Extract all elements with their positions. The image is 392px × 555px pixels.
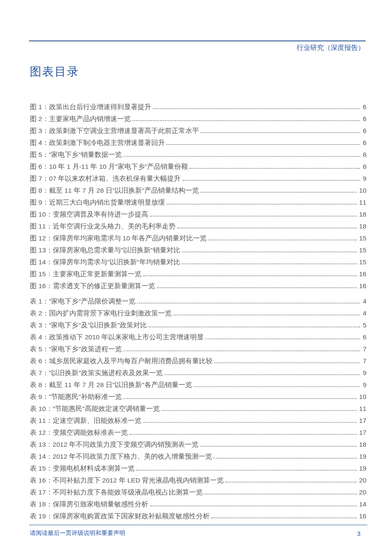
toc-entry-page: 4 [363, 309, 366, 317]
toc-entry-page: 10 [359, 187, 366, 194]
toc-entry-label: 表 14：2012 年不同政策力度下格力、美的收入增量预测一览 [30, 452, 212, 461]
toc-dots [182, 251, 357, 252]
toc-entry: 图 9：近期三大白电内销出货量增速明显放缓11 [30, 198, 366, 210]
toc-entry: 表 15：变频电机材料成本测算一览19 [30, 464, 366, 476]
toc-dots [164, 374, 360, 375]
toc-dots [173, 315, 360, 315]
toc-entry: 表 1："家电下乡"产品限价调整一览4 [30, 297, 366, 309]
toc-entry-label: 图 11：近年空调行业龙头格力、美的毛利率走势 [30, 222, 176, 231]
toc-entry: 表 17：不同补贴力度下各能效等级液晶电视占比测算一览20 [30, 488, 366, 500]
toc-entry: 图 11：近年空调行业龙头格力、美的毛利率走势18 [30, 222, 366, 234]
toc-entry-label: 图 14：保障房年均需求与"以旧换新"年均销量对比 [30, 258, 180, 267]
toc-entry-page: 6 [363, 127, 366, 135]
toc-entry-label: 表 4：政策推动下 2010 年以来家电上市公司主营增速明显 [30, 333, 204, 342]
toc-entry-page: 17 [359, 417, 366, 425]
toc-dots [157, 287, 357, 288]
toc-entry-page: 8 [363, 163, 366, 171]
toc-dots [177, 228, 357, 228]
toc-entry: 图 3：政策刺激下空调业主营增速显著高于此前正常水平6 [30, 127, 366, 139]
toc-entry-label: 图 9：近期三大白电内销出货量增速明显放缓 [30, 198, 165, 207]
header-divider [29, 40, 366, 41]
toc-entry: 表 9："节能惠民"补助标准一览10 [30, 393, 366, 405]
toc-entry-page: 15 [359, 258, 366, 266]
toc-entry: 表 13：2012 年不同政策力度下变频空调内销预测表一览18 [30, 440, 366, 452]
toc-entry-label: 图 5："家电下乡"销量数据一览 [30, 150, 122, 159]
toc-dots [214, 362, 360, 363]
toc-entry-label: 表 15：变频电机材料成本测算一览 [30, 464, 135, 473]
header-category: 行业研究（深度报告） [297, 43, 365, 52]
toc-entry: 图 4：政策刺激下制冷电器主营增速显著回升6 [30, 139, 366, 150]
toc-entry-page: 16 [359, 282, 366, 290]
toc-entry: 图 12：保障房年均家电需求与 10 年各产品内销量对比一览15 [30, 234, 366, 246]
toc-entry-label: 表 9："节能惠民"补助标准一览 [30, 393, 122, 402]
toc-dots [150, 216, 357, 217]
toc-entry-page: 8 [363, 151, 366, 159]
toc-entry-page: 18 [359, 223, 366, 230]
toc-dots [205, 338, 360, 339]
toc-dots [150, 506, 357, 506]
toc-entry: 表 3："家电下乡"及"以旧换新"政策对比5 [30, 321, 366, 333]
toc-entry: 图 7：07 年以来农村冰箱、洗衣机保有量大幅提升9 [30, 174, 366, 186]
toc-entry-page: 15 [359, 246, 366, 254]
toc-entry-page: 18 [359, 211, 366, 218]
footer-note: 请阅读最后一页评级说明和重要声明 [30, 529, 125, 537]
toc-dots [190, 168, 360, 169]
toc-entry-page: 20 [359, 489, 366, 496]
toc-entry-page: 19 [359, 453, 366, 460]
toc-entry: 表 14：2012 年不同政策力度下格力、美的收入增量预测一览19 [30, 452, 366, 464]
footer-divider [29, 525, 367, 525]
toc-entry-page: 14 [359, 500, 366, 508]
toc-entry-label: 表 11：定速空调新、旧能效标准一览 [30, 416, 141, 425]
toc-dots [161, 410, 357, 411]
toc-entry-page: 6 [363, 115, 366, 123]
toc-dots [124, 398, 357, 399]
toc-entry-label: 表 8：截至 11 年 7 月 28 日"以旧换新"各产品销量一览 [30, 381, 192, 390]
toc-dots [201, 132, 360, 133]
toc-entry: 图 14：保障房年均需求与"以旧换新"年均销量对比15 [30, 258, 366, 270]
toc-dots [201, 192, 357, 193]
toc-entry-label: 表 7："以旧换新"政策实施进程表及效果一览 [30, 369, 163, 378]
toc-entry-page: 4 [363, 298, 366, 305]
toc-dots [225, 482, 356, 483]
toc-entry: 表 7："以旧换新"政策实施进程表及效果一览9 [30, 369, 366, 381]
toc-entry-page: 9 [363, 175, 366, 182]
toc-entry-label: 图 15：主要家电正常更新量测算一览 [30, 270, 141, 279]
toc-title: 图表目录 [30, 64, 79, 79]
toc-entry: 图 16：需求透支下的修正更新量测算一览16 [30, 282, 366, 294]
toc-entry-page: 6 [363, 103, 366, 111]
toc-dots [133, 120, 360, 121]
toc-entry-label: 表 6：城乡居民家庭收入及平均每百户耐用消费品拥有量比较 [30, 357, 213, 366]
toc-entry-page: 19 [359, 465, 366, 472]
toc-entry-page: 6 [363, 139, 366, 147]
toc-entry: 图 8：截至 11 年 7 月 28 日"以旧换新"产品销量结构一览10 [30, 186, 366, 198]
toc-entry-label: 图 3：政策刺激下空调业主营增速显著高于此前正常水平 [30, 127, 199, 136]
toc-dots [182, 180, 360, 181]
toc-entry-label: 表 18：保障房引致家电销量敏感性分析 [30, 500, 148, 509]
toc-dots [124, 350, 360, 351]
figure-toc-list: 图 1：政策出台后行业增速得到显著提升6图 2：主要家电产品内销增速一览6图 3… [30, 103, 366, 294]
toc-dots [167, 144, 360, 145]
toc-entry-page: 9 [363, 381, 366, 389]
toc-entry-label: 图 10：变频空调普及率有待进一步提高 [30, 210, 148, 219]
toc-entry-label: 图 8：截至 11 年 7 月 28 日"以旧换新"产品销量结构一览 [30, 186, 199, 195]
toc-entry: 图 5："家电下乡"销量数据一览8 [30, 150, 366, 162]
toc-entry: 表 18：保障房引致家电销量敏感性分析14 [30, 500, 366, 512]
toc-entry: 表 8：截至 11 年 7 月 28 日"以旧换新"各产品销量一览9 [30, 381, 366, 393]
toc-dots [143, 275, 357, 276]
toc-entry-label: 表 5："家电下乡"政策进程一览 [30, 345, 122, 354]
toc-entry-label: 表 10："节能惠民"高能效定速空调销量一览 [30, 405, 160, 413]
toc-entry-page: 16 [359, 270, 366, 278]
toc-entry: 图 6：10 年 1 月-11 年 10 月"家电下乡"产品销量份额8 [30, 162, 366, 174]
toc-entry-label: 表 1："家电下乡"产品限价调整一览 [30, 297, 135, 306]
toc-entry: 图 15：主要家电正常更新量测算一览16 [30, 270, 366, 282]
toc-dots [205, 494, 357, 494]
toc-entry-label: 表 17：不同补贴力度下各能效等级液晶电视占比测算一览 [30, 488, 203, 497]
toc-entry-label: 表 16：不同补贴力度下 2012 年 LED 背光液晶电视内销测算一览 [30, 476, 224, 485]
toc-dots [208, 240, 356, 240]
toc-entry-page: 18 [359, 441, 366, 448]
toc-entry-page: 10 [359, 393, 366, 401]
toc-entry-label: 图 1：政策出台后行业增速得到显著提升 [30, 103, 151, 112]
toc-entry: 表 6：城乡居民家庭收入及平均每百户耐用消费品拥有量比较7 [30, 357, 366, 369]
toc-dots [200, 446, 356, 447]
toc-dots [130, 434, 357, 435]
